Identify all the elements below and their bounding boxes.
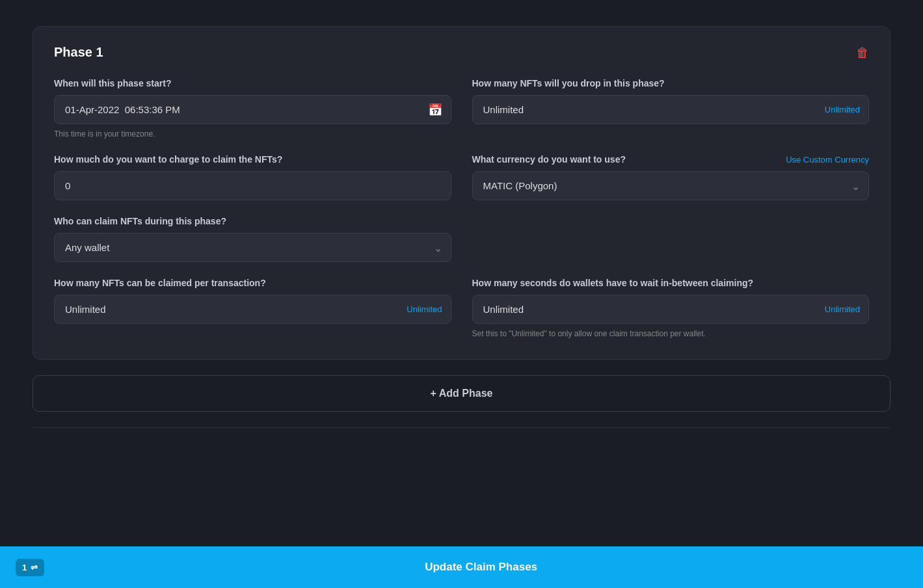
currency-label: What currency do you want to use? xyxy=(472,154,626,165)
footer-divider xyxy=(33,427,890,428)
per-transaction-input[interactable] xyxy=(54,295,451,324)
charge-group: How much do you want to charge to claim … xyxy=(54,154,451,200)
charge-input[interactable] xyxy=(54,171,451,200)
start-time-input[interactable] xyxy=(54,95,451,124)
nft-drop-group: How many NFTs will you drop in this phas… xyxy=(472,78,870,139)
form-row-1: When will this phase start? 📅 This time … xyxy=(54,78,869,139)
per-transaction-input-wrapper: Unlimited xyxy=(54,295,451,324)
who-can-claim-select[interactable]: Any wallet Specific wallets xyxy=(54,233,451,262)
chain-number: 1 xyxy=(22,563,27,572)
footer-bar: 1 ⇌ Update Claim Phases xyxy=(0,546,923,588)
form-row-4: How many NFTs can be claimed per transac… xyxy=(54,278,869,338)
currency-select-wrapper: MATIC (Polygon) ETH USDC USDT ⌄ xyxy=(472,171,870,200)
phase-card: Phase 1 🗑 When will this phase start? 📅 … xyxy=(33,26,890,360)
start-time-label: When will this phase start? xyxy=(54,78,451,88)
add-phase-button[interactable]: + Add Phase xyxy=(33,375,890,412)
delete-phase-button[interactable]: 🗑 xyxy=(856,46,869,59)
who-can-claim-group: Who can claim NFTs during this phase? An… xyxy=(54,216,451,262)
currency-group: What currency do you want to use? Use Cu… xyxy=(472,154,870,200)
use-custom-currency-link[interactable]: Use Custom Currency xyxy=(786,155,869,165)
timezone-hint: This time is in your timezone. xyxy=(54,129,451,139)
wait-seconds-input-wrapper: Unlimited xyxy=(472,295,870,324)
phase-title: Phase 1 xyxy=(54,45,103,60)
form-row-3: Who can claim NFTs during this phase? An… xyxy=(54,216,869,262)
currency-label-row: What currency do you want to use? Use Cu… xyxy=(472,154,870,165)
nft-drop-input[interactable] xyxy=(472,95,870,124)
chain-badge: 1 ⇌ xyxy=(16,559,44,576)
update-claim-phases-button[interactable]: Update Claim Phases xyxy=(55,561,907,574)
charge-input-wrapper xyxy=(54,171,451,200)
nft-drop-label: How many NFTs will you drop in this phas… xyxy=(472,78,870,88)
wait-seconds-input[interactable] xyxy=(472,295,870,324)
start-time-input-wrapper: 📅 xyxy=(54,95,451,124)
start-time-group: When will this phase start? 📅 This time … xyxy=(54,78,451,139)
per-transaction-label: How many NFTs can be claimed per transac… xyxy=(54,278,451,288)
who-can-claim-label: Who can claim NFTs during this phase? xyxy=(54,216,451,226)
form-row-2: How much do you want to charge to claim … xyxy=(54,154,869,200)
wait-seconds-label: How many seconds do wallets have to wait… xyxy=(472,278,870,288)
wait-seconds-unlimited-badge[interactable]: Unlimited xyxy=(825,304,860,314)
wait-seconds-group: How many seconds do wallets have to wait… xyxy=(472,278,870,338)
chain-icon: ⇌ xyxy=(31,563,38,572)
phase-header: Phase 1 🗑 xyxy=(54,45,869,60)
main-content: Phase 1 🗑 When will this phase start? 📅 … xyxy=(0,0,923,546)
charge-label: How much do you want to charge to claim … xyxy=(54,154,451,165)
per-transaction-group: How many NFTs can be claimed per transac… xyxy=(54,278,451,338)
currency-select[interactable]: MATIC (Polygon) ETH USDC USDT xyxy=(472,171,870,200)
nft-drop-unlimited-badge[interactable]: Unlimited xyxy=(825,105,860,114)
who-can-claim-select-wrapper: Any wallet Specific wallets ⌄ xyxy=(54,233,451,262)
placeholder-col xyxy=(472,216,870,262)
nft-drop-input-wrapper: Unlimited xyxy=(472,95,870,124)
wait-seconds-hint: Set this to "Unlimited" to only allow on… xyxy=(472,329,870,338)
per-transaction-unlimited-badge[interactable]: Unlimited xyxy=(407,304,442,314)
